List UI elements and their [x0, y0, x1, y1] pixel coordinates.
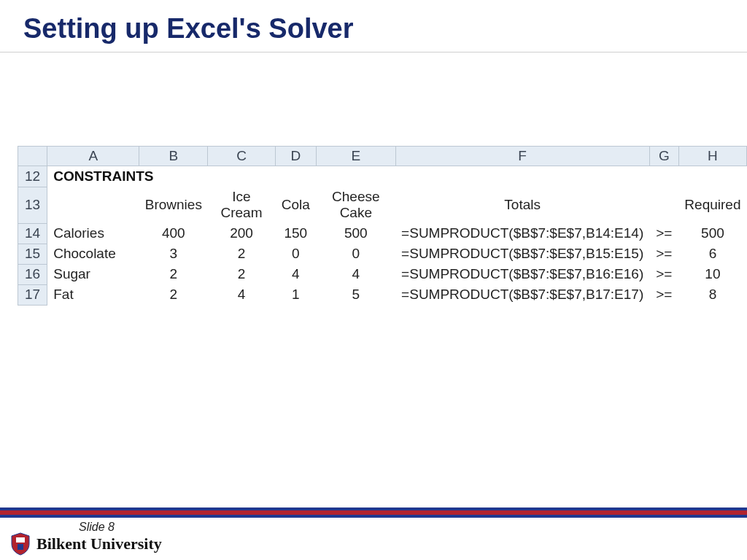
cell: Cheese Cake — [317, 187, 396, 223]
cell: 0 — [275, 244, 316, 264]
cell — [47, 187, 139, 223]
cell: Fat — [47, 284, 139, 305]
cell: 500 — [678, 223, 746, 244]
cell: 4 — [208, 284, 275, 305]
table-row: 14 Calories 400 200 150 500 =SUMPRODUCT(… — [18, 223, 747, 244]
cell: 2 — [208, 264, 275, 284]
cell: Calories — [47, 223, 139, 244]
cell: 4 — [317, 264, 396, 284]
cell: 500 — [317, 223, 396, 244]
table-row: 13 Brownies Ice Cream Cola Cheese Cake T… — [18, 187, 747, 223]
cell: 200 — [208, 223, 275, 244]
cell: =SUMPRODUCT($B$7:$E$7,B15:E15) — [395, 244, 649, 264]
cell: 5 — [317, 284, 396, 305]
table-row: 12 CONSTRAINTS — [18, 166, 747, 187]
cell: 10 — [678, 264, 746, 284]
cell: 8 — [678, 284, 746, 305]
cell: =SUMPRODUCT($B$7:$E$7,B14:E14) — [395, 223, 649, 244]
cell: Chocolate — [47, 244, 139, 264]
row-number: 14 — [18, 223, 47, 244]
row-number: 16 — [18, 264, 47, 284]
col-header-B: B — [139, 147, 208, 166]
cell: 1 — [275, 284, 316, 305]
constraints-heading: CONSTRAINTS — [47, 166, 747, 187]
corner-cell — [18, 147, 47, 166]
svg-rect-0 — [16, 537, 25, 542]
table-row: 16 Sugar 2 2 4 4 =SUMPRODUCT($B$7:$E$7,B… — [18, 264, 747, 284]
col-header-G: G — [649, 147, 678, 166]
cell: 0 — [317, 244, 396, 264]
cell: Required — [678, 187, 746, 223]
table-row: 17 Fat 2 4 1 5 =SUMPRODUCT($B$7:$E$7,B17… — [18, 284, 747, 305]
cell: >= — [649, 264, 678, 284]
col-header-F: F — [395, 147, 649, 166]
constraints-table: A B C D E F G H 12 CONSTRAINTS 13 Browni… — [18, 146, 747, 306]
cell — [649, 187, 678, 223]
slide-footer: Slide 8 Bilkent University — [0, 508, 747, 560]
row-number: 13 — [18, 187, 47, 223]
cell: 2 — [139, 284, 208, 305]
col-header-C: C — [208, 147, 275, 166]
cell: Sugar — [47, 264, 139, 284]
cell: =SUMPRODUCT($B$7:$E$7,B16:E16) — [395, 264, 649, 284]
cell: 4 — [275, 264, 316, 284]
table-row: 15 Chocolate 3 2 0 0 =SUMPRODUCT($B$7:$E… — [18, 244, 747, 264]
cell: 400 — [139, 223, 208, 244]
cell: Ice Cream — [208, 187, 275, 223]
university-crest-icon — [10, 532, 31, 556]
spreadsheet-region: A B C D E F G H 12 CONSTRAINTS 13 Browni… — [18, 146, 747, 306]
cell: >= — [649, 223, 678, 244]
cell: >= — [649, 244, 678, 264]
cell: =SUMPRODUCT($B$7:$E$7,B17:E17) — [395, 284, 649, 305]
col-header-D: D — [275, 147, 316, 166]
row-number: 12 — [18, 166, 47, 187]
svg-rect-1 — [18, 544, 23, 550]
cell: 150 — [275, 223, 316, 244]
cell: 2 — [208, 244, 275, 264]
col-header-H: H — [678, 147, 746, 166]
cell: Cola — [275, 187, 316, 223]
university-brand: Bilkent University — [10, 532, 162, 556]
cell: 3 — [139, 244, 208, 264]
col-header-A: A — [47, 147, 139, 166]
cell: 6 — [678, 244, 746, 264]
cell: Brownies — [139, 187, 208, 223]
cell: 2 — [139, 264, 208, 284]
column-header-row: A B C D E F G H — [18, 147, 747, 166]
col-header-E: E — [317, 147, 396, 166]
title-divider — [0, 52, 747, 52]
row-number: 17 — [18, 284, 47, 305]
cell: >= — [649, 284, 678, 305]
row-number: 15 — [18, 244, 47, 264]
slide-title: Setting up Excel's Solver — [0, 0, 747, 52]
university-name: Bilkent University — [36, 534, 162, 553]
cell: Totals — [395, 187, 649, 223]
